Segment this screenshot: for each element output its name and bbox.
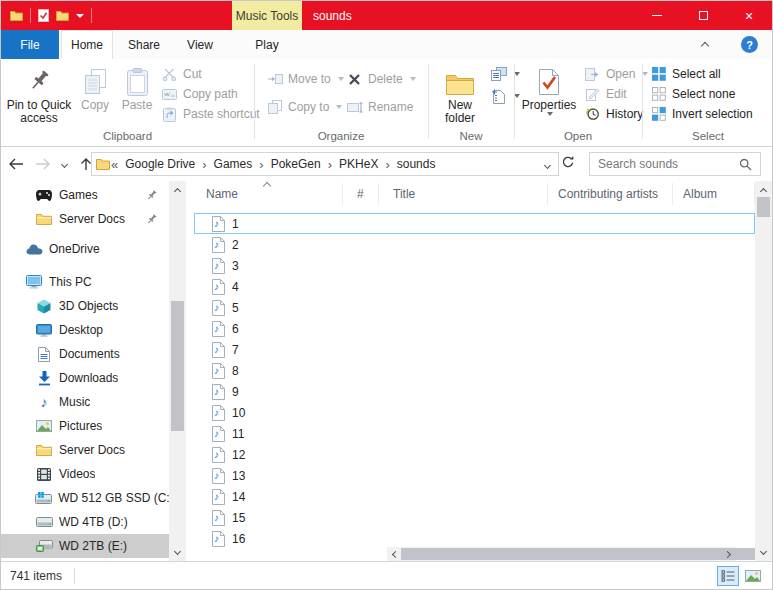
history-button[interactable]: History <box>584 104 643 124</box>
address-bar[interactable]: «Google Drive›Games›PokeGen›PKHeX›sounds <box>91 152 559 176</box>
file-row[interactable]: ♪5 <box>194 297 755 318</box>
copy-to-button[interactable]: Copy to <box>266 97 342 117</box>
paste-button[interactable]: Paste <box>115 62 159 128</box>
column-header-album[interactable]: Album <box>673 183 755 205</box>
sidebar-item-music[interactable]: ♪Music <box>1 390 169 414</box>
help-button[interactable]: ? <box>741 36 758 53</box>
file-row[interactable]: ♪4 <box>194 276 755 297</box>
file-row[interactable]: ♪3 <box>194 255 755 276</box>
column-header-number[interactable]: # <box>343 183 379 205</box>
scroll-up-button[interactable] <box>169 181 186 197</box>
sidebar-item-server-docs[interactable]: Server Docs <box>1 438 169 462</box>
breadcrumb-item-games[interactable]: Games <box>208 157 259 171</box>
column-header-contributing-artists[interactable]: Contributing artists <box>548 183 673 205</box>
paste-shortcut-button[interactable]: Paste shortcut <box>161 104 260 124</box>
sidebar-item-wd-512-gb-ssd-c[interactable]: WD 512 GB SSD (C:) <box>1 486 169 510</box>
forward-button[interactable] <box>31 158 55 170</box>
tab-home[interactable]: Home <box>61 30 113 59</box>
tab-file[interactable]: File <box>1 30 59 59</box>
file-row[interactable]: ♪6 <box>194 318 755 339</box>
file-row[interactable]: ♪11 <box>194 423 755 444</box>
sidebar-scrollbar[interactable] <box>169 181 186 561</box>
scroll-down-button[interactable] <box>169 545 186 561</box>
recent-locations-button[interactable] <box>55 162 73 167</box>
sidebar-item-wd-4tb-d[interactable]: WD 4TB (D:) <box>1 510 169 534</box>
rename-button[interactable]: Rename <box>346 97 413 117</box>
breadcrumb-overflow-chevron[interactable]: « <box>110 157 119 172</box>
scrollbar-thumb[interactable] <box>757 197 770 217</box>
copy-path-button[interactable]: Copy path <box>161 84 238 104</box>
minimize-button[interactable] <box>634 1 680 30</box>
large-icons-view-button[interactable] <box>742 566 764 586</box>
file-row[interactable]: ♪10 <box>194 402 755 423</box>
file-row[interactable]: ♪8 <box>194 360 755 381</box>
invert-selection-button[interactable]: Invert selection <box>650 104 753 124</box>
file-row[interactable]: ♪9 <box>194 381 755 402</box>
tab-view[interactable]: View <box>173 30 227 59</box>
scrollbar-thumb[interactable] <box>401 548 773 560</box>
file-row[interactable]: ♪1 <box>194 213 755 234</box>
folder-icon[interactable] <box>10 10 23 21</box>
sidebar-item-pictures[interactable]: Pictures <box>1 414 169 438</box>
file-row[interactable]: ♪16 <box>194 528 755 549</box>
column-header-title[interactable]: Title <box>379 183 548 205</box>
delete-x-icon <box>346 73 363 86</box>
sidebar-item-this-pc[interactable]: This PC <box>1 270 169 294</box>
file-row[interactable]: ♪2 <box>194 234 755 255</box>
open-button[interactable]: Open <box>584 64 648 84</box>
file-row[interactable]: ♪12 <box>194 444 755 465</box>
edit-button[interactable]: Edit <box>584 84 627 104</box>
sidebar-item-desktop[interactable]: Desktop <box>1 318 169 342</box>
horizontal-scrollbar[interactable] <box>387 547 736 561</box>
properties-button[interactable]: Properties <box>519 62 579 128</box>
copy-button[interactable]: Copy <box>75 62 115 128</box>
list-scrollbar[interactable] <box>755 181 772 561</box>
search-icon[interactable] <box>739 158 752 171</box>
sidebar-item-documents[interactable]: Documents <box>1 342 169 366</box>
new-folder-button[interactable]: New folder <box>433 62 487 128</box>
scroll-up-button[interactable] <box>755 181 772 197</box>
folder-icon[interactable] <box>56 10 69 21</box>
maximize-button[interactable] <box>680 1 726 30</box>
sidebar-item-wd-2tb-e[interactable]: WD 2TB (E:) <box>1 534 169 558</box>
file-row[interactable]: ♪13 <box>194 465 755 486</box>
delete-button[interactable]: Delete <box>346 69 416 89</box>
tab-play[interactable]: Play <box>239 30 295 59</box>
scissors-icon <box>161 68 178 81</box>
qat-dropdown-icon[interactable] <box>76 14 84 18</box>
scroll-right-button[interactable] <box>722 547 736 561</box>
breadcrumb-item-pokegen[interactable]: PokeGen <box>265 157 327 171</box>
pin-to-quick-access-button[interactable]: Pin to Quick access <box>5 62 73 128</box>
select-all-button[interactable]: Select all <box>650 64 721 84</box>
details-view-button[interactable] <box>717 566 739 586</box>
music-tools-context-tab[interactable]: Music Tools <box>232 1 302 30</box>
move-to-button[interactable]: Move to <box>266 69 344 89</box>
select-none-button[interactable]: Select none <box>650 84 735 104</box>
back-button[interactable] <box>1 158 31 170</box>
collapse-ribbon-button[interactable] <box>702 38 716 52</box>
address-dropdown-button[interactable] <box>545 157 554 171</box>
breadcrumb-item-pkhex[interactable]: PKHeX <box>333 157 384 171</box>
sidebar-item-downloads[interactable]: Downloads <box>1 366 169 390</box>
search-input[interactable]: Search sounds <box>589 152 761 176</box>
breadcrumb-item-google-drive[interactable]: Google Drive <box>119 157 201 171</box>
scroll-down-button[interactable] <box>755 545 772 561</box>
scrollbar-thumb[interactable] <box>171 301 184 431</box>
sidebar-item-3d-objects[interactable]: 3D Objects <box>1 294 169 318</box>
column-header-name[interactable]: Name <box>194 183 343 205</box>
refresh-button[interactable] <box>561 155 575 169</box>
scroll-left-button[interactable] <box>387 547 401 561</box>
close-button[interactable]: × <box>726 1 772 30</box>
paste-shortcut-icon <box>161 107 178 122</box>
breadcrumb-item-sounds[interactable]: sounds <box>391 157 442 171</box>
tab-share[interactable]: Share <box>117 30 171 59</box>
properties-check-icon[interactable] <box>38 9 49 22</box>
file-row[interactable]: ♪7 <box>194 339 755 360</box>
sidebar-item-onedrive[interactable]: OneDrive <box>1 237 169 261</box>
file-row[interactable]: ♪15 <box>194 507 755 528</box>
sidebar-item-videos[interactable]: Videos <box>1 462 169 486</box>
cut-button[interactable]: Cut <box>161 64 202 84</box>
sidebar-item-server-docs[interactable]: Server Docs <box>1 207 169 231</box>
file-row[interactable]: ♪14 <box>194 486 755 507</box>
sidebar-item-games[interactable]: Games <box>1 183 169 207</box>
